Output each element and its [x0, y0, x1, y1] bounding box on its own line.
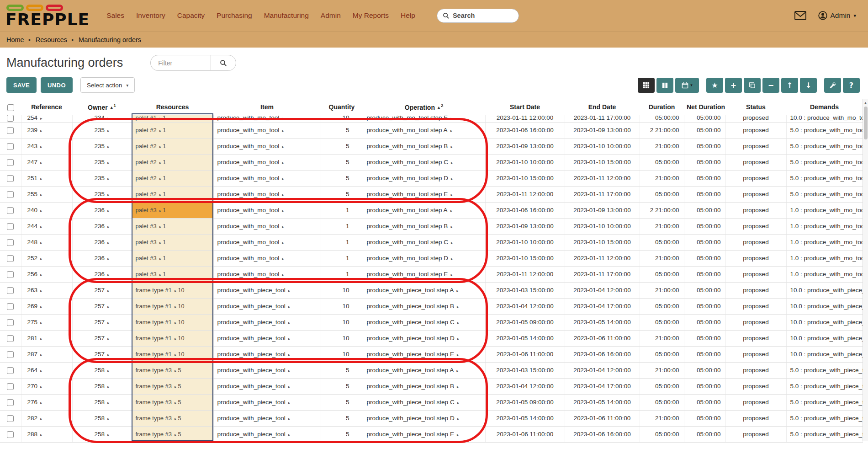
demand-value[interactable]: 5.0 : produce_with_mo_tool — [790, 143, 863, 150]
start-date-cell[interactable]: 2023-01-05 09:00:00 — [485, 395, 565, 411]
demand-value[interactable]: 10.0 : produce_with_piece_tool — [790, 303, 863, 310]
context-caret-icon[interactable]: ▸ — [159, 115, 162, 122]
frepple-logo[interactable]: FREPPLE — [5, 4, 90, 28]
operation-value[interactable]: produce_with_piece_tool step C — [367, 399, 455, 406]
resource-name[interactable]: frame type #1 — [136, 319, 172, 326]
status-cell[interactable]: proposed — [725, 315, 786, 331]
item-value[interactable]: produce_with_mo_tool — [217, 175, 280, 182]
context-caret-icon[interactable]: ▸ — [451, 176, 453, 181]
resources-cell[interactable]: frame type #1▸10 — [132, 283, 213, 299]
context-caret-icon[interactable]: ▸ — [107, 144, 110, 149]
menu-admin[interactable]: Admin — [315, 7, 347, 24]
reference-value[interactable]: 255 — [27, 191, 38, 198]
menu-capacity[interactable]: Capacity — [171, 7, 211, 24]
start-date-cell[interactable]: 2023-01-06 16:00:00 — [485, 203, 565, 219]
reference-value[interactable]: 263 — [27, 287, 38, 294]
context-caret-icon[interactable]: ▸ — [175, 289, 177, 293]
start-date-cell[interactable]: 2023-01-09 13:00:00 — [485, 139, 565, 155]
end-date-cell[interactable]: 2023-01-11 12:00:00 — [565, 171, 640, 187]
col-header-demands[interactable]: Demands — [786, 99, 863, 115]
resources-cell[interactable]: frame type #1▸10 — [132, 347, 213, 363]
reference-value[interactable]: 248 — [27, 239, 38, 246]
context-caret-icon[interactable]: ▸ — [288, 321, 291, 325]
context-caret-icon[interactable]: ▸ — [282, 144, 284, 149]
context-caret-icon[interactable]: ▸ — [159, 128, 162, 133]
start-date-cell[interactable]: 2023-01-05 14:00:00 — [485, 411, 565, 427]
col-header-start-date[interactable]: Start Date — [485, 99, 565, 115]
resources-cell[interactable]: palet #3▸1 — [132, 251, 213, 267]
demand-value[interactable]: 1.0 : produce_with_mo_tool — [790, 207, 863, 214]
demand-value[interactable]: 10.0 : produce_with_piece_tool — [790, 351, 863, 358]
row-checkbox[interactable] — [7, 175, 14, 182]
select-action-dropdown[interactable]: Select action ▾ — [80, 77, 135, 93]
resources-cell[interactable]: frame type #1▸10 — [132, 315, 213, 331]
row-checkbox[interactable] — [7, 431, 14, 438]
context-caret-icon[interactable]: ▸ — [450, 144, 453, 149]
end-date-cell[interactable]: 2023-01-11 17:00:00 — [565, 115, 640, 123]
row-checkbox[interactable] — [7, 255, 14, 262]
operation-value[interactable]: produce_with_mo_tool step D — [367, 175, 449, 182]
context-caret-icon[interactable]: ▸ — [107, 241, 110, 245]
context-caret-icon[interactable]: ▸ — [107, 160, 110, 165]
context-caret-icon[interactable]: ▸ — [450, 224, 453, 229]
item-value[interactable]: produce_with_mo_tool — [217, 159, 280, 166]
owner-value[interactable]: 235 — [94, 191, 105, 198]
context-caret-icon[interactable]: ▸ — [40, 257, 42, 261]
context-caret-icon[interactable]: ▸ — [288, 353, 291, 357]
row-checkbox[interactable] — [7, 223, 14, 230]
quantity-cell[interactable]: 5 — [321, 139, 363, 155]
end-date-cell[interactable]: 2023-01-04 12:00:00 — [565, 283, 640, 299]
table-view-button[interactable] — [638, 78, 655, 93]
status-cell[interactable]: proposed — [725, 395, 786, 411]
status-cell[interactable]: proposed — [725, 347, 786, 363]
save-button[interactable]: SAVE — [6, 77, 37, 93]
status-cell[interactable]: proposed — [725, 203, 786, 219]
context-caret-icon[interactable]: ▸ — [282, 160, 284, 165]
reference-value[interactable]: 240 — [27, 207, 38, 214]
end-date-cell[interactable]: 2023-01-05 14:00:00 — [565, 395, 640, 411]
reference-value[interactable]: 287 — [27, 351, 38, 358]
status-cell[interactable]: proposed — [725, 123, 786, 139]
context-caret-icon[interactable]: ▸ — [40, 208, 42, 213]
operation-value[interactable]: produce_with_piece_tool step C — [367, 319, 455, 326]
context-caret-icon[interactable]: ▸ — [40, 176, 42, 181]
owner-value[interactable]: 258 — [94, 383, 105, 390]
context-caret-icon[interactable]: ▸ — [175, 385, 177, 389]
context-caret-icon[interactable]: ▸ — [451, 241, 453, 245]
context-caret-icon[interactable]: ▸ — [282, 273, 284, 277]
item-value[interactable]: produce_with_piece_tool — [217, 431, 286, 438]
resource-name[interactable]: frame type #3 — [136, 383, 172, 390]
reference-value[interactable]: 270 — [27, 383, 38, 390]
item-value[interactable]: produce_with_mo_tool — [217, 191, 280, 198]
status-cell[interactable]: proposed — [725, 267, 786, 283]
operation-value[interactable]: produce_with_mo_tool step E — [367, 115, 448, 122]
quantity-cell[interactable]: 10 — [321, 299, 363, 315]
demand-value[interactable]: 5.0 : produce_with_piece_tool — [790, 383, 863, 390]
owner-value[interactable]: 236 — [94, 207, 105, 214]
reference-value[interactable]: 276 — [27, 399, 38, 406]
context-caret-icon[interactable]: ▸ — [107, 369, 110, 373]
row-checkbox[interactable] — [7, 143, 14, 150]
menu-my-reports[interactable]: My Reports — [347, 7, 395, 24]
quantity-cell[interactable]: 1 — [321, 267, 363, 283]
context-caret-icon[interactable]: ▸ — [282, 176, 284, 181]
context-caret-icon[interactable]: ▸ — [288, 305, 291, 309]
vertical-scrollbar[interactable]: ▲ — [863, 99, 868, 441]
row-checkbox[interactable] — [7, 207, 14, 214]
quantity-cell[interactable]: 10 — [321, 283, 363, 299]
reference-value[interactable]: 252 — [27, 255, 38, 262]
context-caret-icon[interactable]: ▸ — [175, 305, 177, 309]
quantity-cell[interactable]: 5 — [321, 395, 363, 411]
item-value[interactable]: produce_with_mo_tool — [217, 207, 280, 214]
quantity-cell[interactable]: 10 — [321, 331, 363, 347]
resource-name[interactable]: frame type #3 — [136, 399, 172, 406]
select-all-checkbox[interactable] — [7, 104, 14, 111]
resource-name[interactable]: frame type #1 — [136, 351, 172, 358]
item-value[interactable]: produce_with_piece_tool — [217, 399, 286, 406]
resources-cell[interactable]: palet #2▸1 — [132, 123, 213, 139]
owner-value[interactable]: 235 — [94, 175, 105, 182]
row-checkbox[interactable] — [7, 367, 14, 374]
quantity-cell[interactable]: 1 — [321, 235, 363, 251]
reference-value[interactable]: 275 — [27, 319, 38, 326]
menu-help[interactable]: Help — [395, 7, 421, 24]
